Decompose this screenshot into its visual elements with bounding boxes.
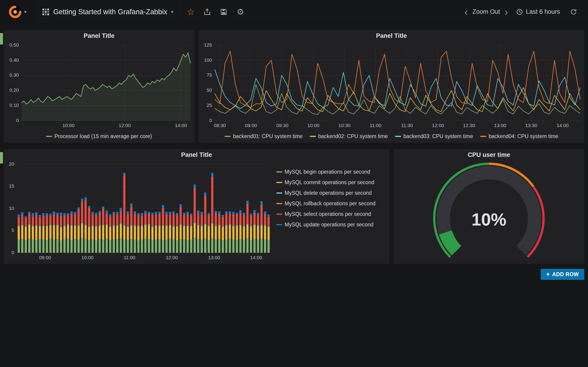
legend-item[interactable]: backend01: CPU system time — [225, 133, 303, 140]
time-controls: ‹ Zoom Out › Last 6 hours — [461, 0, 588, 24]
legend-item[interactable]: MySQL delete operations per second — [276, 190, 386, 196]
refresh-button[interactable] — [565, 0, 582, 24]
logo-caret-icon: ▾ — [24, 9, 27, 15]
dashboard-title-dropdown[interactable]: Getting Started with Grafana-Zabbix ▾ — [35, 0, 180, 24]
panel-processor-load: Panel Title Processor load (15 min avera… — [4, 30, 195, 143]
grafana-logo-menu[interactable]: ▾ — [0, 0, 35, 24]
legend-label: backend04: CPU system time — [489, 133, 558, 140]
row-collapse-handle[interactable] — [0, 33, 3, 44]
legend-item[interactable]: backend03: CPU system time — [395, 133, 473, 140]
save-icon — [220, 8, 227, 16]
legend-label: backend03: CPU system time — [403, 133, 473, 140]
panel-cpu-user-time: CPU user time — [393, 149, 584, 264]
zoom-out-button[interactable]: Zoom Out — [471, 8, 502, 15]
legend-label: MySQL select operations per second — [285, 211, 371, 217]
legend-swatch-icon[interactable] — [276, 192, 282, 194]
legend-swatch-icon[interactable] — [46, 136, 52, 137]
share-icon — [203, 8, 211, 16]
legend-label: MySQL delete operations per second — [285, 190, 372, 196]
top-navbar: ▾ Getting Started with Grafana-Zabbix ▾ … — [0, 0, 588, 24]
panel-title[interactable]: Panel Title — [199, 30, 584, 42]
legend-swatch-icon[interactable] — [276, 224, 282, 225]
legend-swatch-icon[interactable] — [276, 214, 282, 215]
gear-icon: ⚙ — [237, 8, 244, 16]
legend-label: MySQL begin operations per second — [285, 169, 370, 175]
dashboard-actions: ☆ ⚙ — [180, 0, 250, 24]
row-collapse-handle[interactable] — [0, 152, 3, 164]
chart-legend: MySQL begin operations per secondMySQL c… — [275, 161, 389, 264]
legend-item[interactable]: MySQL update operations per second — [276, 222, 386, 228]
legend-swatch-icon[interactable] — [276, 171, 282, 173]
dashboard-title: Getting Started with Grafana-Zabbix — [53, 8, 167, 16]
legend-label: MySQL rollback operations per second — [285, 200, 375, 207]
legend-item[interactable]: MySQL rollback operations per second — [276, 200, 386, 207]
legend-item[interactable]: backend02: CPU system time — [310, 133, 388, 140]
legend-swatch-icon[interactable] — [276, 203, 282, 204]
star-icon: ☆ — [187, 8, 195, 16]
legend-swatch-icon[interactable] — [395, 136, 401, 137]
legend-item[interactable]: MySQL commit operations per second — [276, 179, 386, 186]
refresh-icon — [570, 8, 577, 15]
add-row-label: ADD ROW — [552, 271, 579, 277]
legend-swatch-icon[interactable] — [276, 182, 282, 183]
dashboard-grid-icon — [42, 8, 50, 16]
cpu-system-time-chart[interactable] — [199, 42, 584, 132]
chevron-right-icon: › — [505, 6, 508, 17]
time-shift-right-button[interactable]: › — [502, 7, 511, 17]
legend-item[interactable]: MySQL select operations per second — [276, 211, 386, 217]
chart-legend: backend01: CPU system timebackend02: CPU… — [199, 132, 584, 143]
legend-label: backend01: CPU system time — [233, 133, 303, 140]
processor-load-chart[interactable] — [4, 42, 195, 132]
legend-label: MySQL commit operations per second — [285, 179, 374, 186]
settings-button[interactable]: ⚙ — [232, 0, 249, 24]
legend-item[interactable]: backend04: CPU system time — [480, 133, 558, 140]
save-button[interactable] — [216, 0, 232, 24]
panel-cpu-system-time: Panel Title backend01: CPU system timeba… — [199, 30, 584, 143]
time-shift-left-button[interactable]: ‹ — [461, 7, 471, 17]
legend-swatch-icon[interactable] — [480, 136, 486, 137]
panel-title[interactable]: Panel Title — [4, 30, 195, 42]
dashboard-grid: Panel Title Processor load (15 min avera… — [0, 24, 588, 280]
share-button[interactable] — [199, 0, 216, 24]
title-caret-icon: ▾ — [171, 9, 173, 15]
legend-label: MySQL update operations per second — [285, 222, 373, 228]
legend-swatch-icon[interactable] — [225, 136, 231, 137]
legend-swatch-icon[interactable] — [310, 136, 316, 137]
cpu-user-time-gauge[interactable] — [393, 161, 584, 264]
chart-legend: Processor load (15 min average per core) — [4, 132, 195, 143]
star-button[interactable]: ☆ — [182, 0, 199, 24]
plus-icon: + — [546, 271, 550, 278]
grafana-logo-icon — [8, 5, 22, 19]
chevron-left-icon: ‹ — [464, 6, 468, 17]
legend-item[interactable]: MySQL begin operations per second — [276, 169, 386, 175]
panel-mysql-operations: Panel Title MySQL begin operations per s… — [4, 149, 389, 264]
legend-label: Processor load (15 min average per core) — [54, 133, 152, 140]
mysql-operations-chart[interactable] — [4, 161, 275, 264]
legend-item[interactable]: Processor load (15 min average per core) — [46, 133, 152, 140]
panel-title[interactable]: Panel Title — [4, 149, 389, 161]
time-range-label: Last 6 hours — [526, 8, 560, 15]
clock-icon — [516, 8, 523, 15]
legend-label: backend02: CPU system time — [318, 133, 388, 140]
panel-title[interactable]: CPU user time — [393, 149, 584, 161]
time-range-picker[interactable]: Last 6 hours — [511, 0, 565, 24]
add-row-button[interactable]: + ADD ROW — [541, 269, 584, 280]
